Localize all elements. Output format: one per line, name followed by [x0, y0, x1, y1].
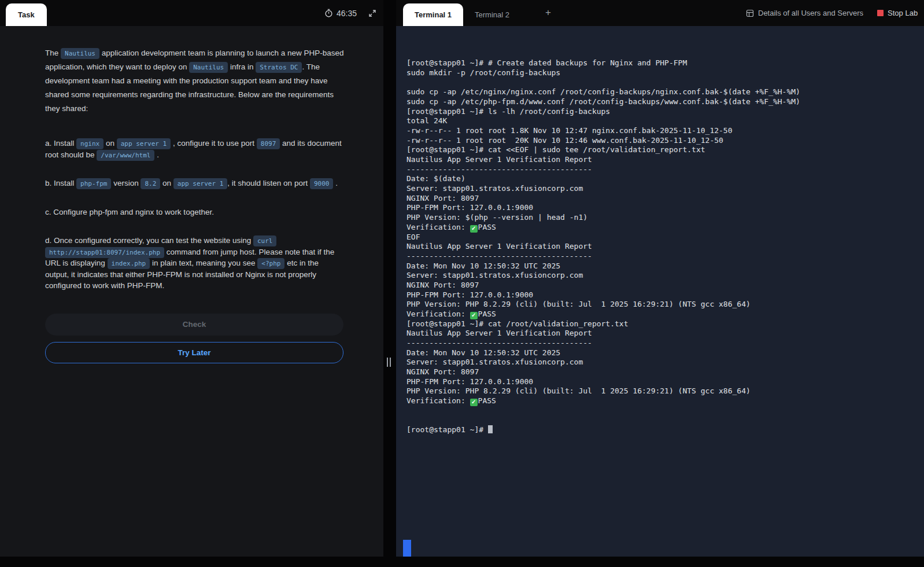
task-paragraphs: The Nautilus application development tea… [45, 46, 344, 292]
tab-terminal-1[interactable]: Terminal 1 [403, 3, 463, 26]
terminal-line: [root@stapp01 ~]# cat /root/validation_r… [406, 319, 918, 329]
inline-code-chip: curl [253, 235, 277, 246]
stop-lab-button[interactable]: Stop Lab [877, 9, 918, 17]
terminal-prompt: [root@stapp01 ~]# [406, 425, 488, 434]
task-header-controls: 46:35 [324, 0, 376, 26]
task-description: The Nautilus application development tea… [0, 26, 383, 557]
terminal-line: PHP-FPM Port: 127.0.0.1:9000 [406, 203, 918, 213]
tab-terminal-2[interactable]: Terminal 2 [463, 3, 521, 26]
task-paragraph: d. Once configured correctly, you can te… [45, 235, 344, 292]
inline-code-chip: /var/www/html [97, 150, 154, 161]
inline-code-chip: 8097 [257, 138, 280, 149]
terminal-line: PHP Version: PHP 8.2.29 (cli) (built: Ju… [406, 386, 918, 396]
task-panel-header: Task 46:35 [0, 0, 383, 26]
task-paragraph: c. Configure php-fpm and nginx to work t… [45, 207, 344, 218]
expand-icon [368, 9, 376, 17]
terminal-line: NGINX Port: 8097 [406, 367, 918, 377]
timer-value: 46:35 [337, 9, 357, 18]
terminal-cursor [488, 425, 493, 433]
lab-environment: Task 46:35 The Nautilus application deve… [0, 0, 924, 567]
terminal-line: -rw-r--r-- 1 root root 1.8K Nov 10 12:47… [406, 126, 918, 136]
terminal-tabbar: Terminal 1 Terminal 2 + Details of all U… [396, 0, 924, 26]
details-users-servers-link[interactable]: Details of all Users and Servers [746, 9, 863, 17]
check-button[interactable]: Check [45, 314, 343, 336]
divider-drag-handle[interactable] [387, 358, 391, 367]
terminal-line: PHP Version: PHP 8.2.29 (cli) (built: Ju… [406, 300, 918, 310]
terminal-line [406, 78, 918, 88]
terminal-line: Verification: ✓PASS [406, 310, 918, 319]
terminal-line: Date: Mon Nov 10 12:50:32 UTC 2025 [406, 262, 918, 271]
inline-code-chip: app server 1 [117, 138, 171, 149]
task-paragraph: The Nautilus application development tea… [45, 46, 344, 116]
task-panel: Task 46:35 The Nautilus application deve… [0, 0, 383, 567]
terminal-line: sudo mkdir -p /root/config-backups [406, 68, 918, 78]
inline-code-chip: Nautilus [189, 62, 228, 73]
terminal-line: EOF [406, 233, 918, 242]
stop-label: Stop Lab [888, 9, 918, 17]
inline-code-chip: app server 1 [173, 178, 227, 189]
terminal-line: Server: stapp01.stratos.xfusioncorp.com [406, 184, 918, 194]
terminal-prompt-line: [root@stapp01 ~]# [406, 425, 918, 435]
check-pass-icon: ✓ [470, 399, 478, 406]
terminal-line: Verification: ✓PASS [406, 396, 918, 406]
terminal-line: PHP-FPM Port: 127.0.0.1:9000 [406, 377, 918, 387]
lab-timer: 46:35 [324, 9, 357, 18]
terminal-line: Verification: ✓PASS [406, 223, 918, 233]
terminal-line: [root@stapp01 ~]# # Create dated backups… [406, 58, 918, 68]
terminal-line: Server: stapp01.stratos.xfusioncorp.com [406, 358, 918, 367]
check-pass-icon: ✓ [470, 225, 478, 233]
details-grid-icon [746, 9, 754, 17]
inline-code-chip: 9000 [310, 178, 334, 189]
terminal-line: Nautilus App Server 1 Verification Repor… [406, 242, 918, 252]
inline-code-chip: index.php [108, 258, 150, 269]
scroll-indicator [403, 540, 411, 557]
terminal-line: [root@stapp01 ~]# cat <<EOF | sudo tee /… [406, 145, 918, 155]
inline-code-chip: php-fpm [76, 178, 111, 189]
tab-task[interactable]: Task [6, 3, 47, 26]
inline-code-chip: Nautilus [61, 48, 99, 59]
terminal-line: Nautilus App Server 1 Verification Repor… [406, 155, 918, 165]
terminal-line: [root@stapp01 ~]# ls -lh /root/config-ba… [406, 107, 918, 117]
terminal-line: Server: stapp01.stratos.xfusioncorp.com [406, 271, 918, 281]
terminal-header-controls: Details of all Users and Servers Stop La… [746, 0, 918, 26]
terminal-line: NGINX Port: 8097 [406, 194, 918, 204]
inline-code-chip: <?php [257, 258, 284, 269]
terminal-line: ----------------------------------------… [406, 165, 918, 175]
pane-divider [383, 0, 396, 567]
terminal-line: ----------------------------------------… [406, 338, 918, 348]
inline-code-chip: Stratos DC [256, 62, 302, 73]
terminal-line: sudo cp -ap /etc/nginx/nginx.conf /root/… [406, 87, 918, 97]
terminal-output: [root@stapp01 ~]# # Create dated backups… [406, 58, 918, 406]
terminal-line: ----------------------------------------… [406, 252, 918, 262]
terminal-line: PHP Version: $(php --version | head -n1) [406, 213, 918, 223]
expand-panel-button[interactable] [368, 9, 376, 17]
try-later-button[interactable]: Try Later [45, 342, 343, 363]
terminal-line: -rw-r--r-- 1 root root 20K Nov 10 12:46 … [406, 136, 918, 146]
terminal-line: Date: $(date) [406, 174, 918, 184]
terminal[interactable]: [root@stapp01 ~]# # Create dated backups… [396, 26, 924, 557]
terminal-panel: Terminal 1 Terminal 2 + Details of all U… [396, 0, 924, 567]
details-label: Details of all Users and Servers [758, 9, 863, 17]
terminal-line: PHP-FPM Port: 127.0.0.1:9000 [406, 290, 918, 300]
stop-icon [877, 10, 884, 16]
terminal-line: sudo cp -ap /etc/php-fpm.d/www.conf /roo… [406, 97, 918, 107]
check-pass-icon: ✓ [470, 312, 478, 319]
inline-code-chip: http://stapp01:8097/index.php [45, 247, 164, 258]
inline-code-chip: nginx [76, 138, 104, 149]
new-terminal-button[interactable]: + [537, 2, 559, 24]
terminal-line: Nautilus App Server 1 Verification Repor… [406, 329, 918, 338]
stopwatch-icon [324, 9, 333, 17]
terminal-line: Date: Mon Nov 10 12:50:32 UTC 2025 [406, 348, 918, 358]
terminal-line: NGINX Port: 8097 [406, 281, 918, 290]
inline-code-chip: 8.2 [141, 178, 160, 189]
terminal-line: total 24K [406, 116, 918, 126]
task-paragraph: a. Install nginx on app server 1 , confi… [45, 138, 344, 160]
task-paragraph: b. Install php-fpm version 8.2 on app se… [45, 178, 344, 189]
